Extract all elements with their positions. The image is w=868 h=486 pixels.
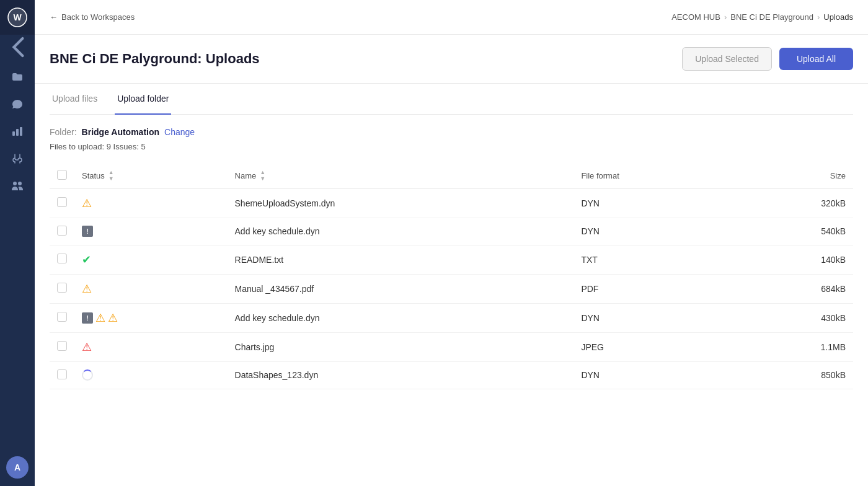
format-cell-3: PDF — [574, 274, 733, 303]
row-checkbox-2[interactable] — [57, 254, 67, 263]
breadcrumb-playground[interactable]: BNE Ci DE Playground — [730, 12, 813, 22]
size-cell-5: 1.1MB — [733, 332, 853, 361]
row-checkbox-1[interactable] — [57, 226, 67, 236]
table-row: ⚠Charts.jpgJPEG1.1MB — [50, 332, 853, 361]
row-checkbox-4[interactable] — [57, 312, 67, 322]
sidebar-item-merge[interactable] — [5, 146, 30, 171]
size-cell-1: 540kB — [733, 218, 853, 245]
warning-icon-4-1: ⚠ — [95, 311, 105, 325]
size-cell-6: 850kB — [733, 361, 853, 389]
th-status[interactable]: Status ▲▼ — [74, 164, 228, 188]
format-cell-1: DYN — [574, 218, 733, 245]
row-checkbox-3[interactable] — [57, 283, 67, 293]
size-cell-4: 430kB — [733, 303, 853, 332]
table-row: ✔README.txtTXT140kB — [50, 245, 853, 274]
page-title: BNE Ci DE Palyground: Uploads — [50, 51, 682, 67]
loading-icon-6-0 — [82, 369, 93, 381]
error-icon-5-0: ⚠ — [82, 340, 92, 354]
name-cell-4: Add key schedule.dyn — [228, 303, 574, 332]
status-cell-6 — [74, 361, 228, 389]
table-row: !Add key schedule.dynDYN540kB — [50, 218, 853, 245]
info-icon-4-0: ! — [82, 312, 93, 324]
user-avatar[interactable]: A — [6, 456, 29, 479]
sidebar-collapse-button[interactable] — [0, 35, 35, 60]
status-cell-5: ⚠ — [74, 332, 228, 361]
name-cell-5: Charts.jpg — [228, 332, 574, 361]
back-to-workspaces-link[interactable]: ← Back to Workspaces — [50, 12, 135, 22]
breadcrumb-uploads: Uploads — [823, 12, 853, 22]
folder-label: Folder: — [50, 127, 77, 137]
row-checkbox-5[interactable] — [57, 341, 67, 351]
name-cell-0: ShemeUploadSystem.dyn — [228, 188, 574, 218]
status-cell-1: ! — [74, 218, 228, 245]
svg-text:W: W — [13, 12, 22, 22]
size-cell-0: 320kB — [733, 188, 853, 218]
upload-selected-button[interactable]: Upload Selected — [682, 47, 772, 71]
name-cell-3: Manual _434567.pdf — [228, 274, 574, 303]
name-cell-1: Add key schedule.dyn — [228, 218, 574, 245]
status-cell-4: !⚠⚠ — [74, 303, 228, 332]
content-area: Upload files Upload folder Folder: Bridg… — [35, 84, 868, 486]
format-cell-4: DYN — [574, 303, 733, 332]
table-row: !⚠⚠Add key schedule.dynDYN430kB — [50, 303, 853, 332]
size-cell-3: 684kB — [733, 274, 853, 303]
files-table: Status ▲▼ Name ▲▼ File format — [50, 164, 853, 389]
size-cell-2: 140kB — [733, 245, 853, 274]
topbar: ← Back to Workspaces AECOM HUB › BNE Ci … — [35, 0, 868, 35]
folder-info: Folder: Bridge Automation Change — [50, 127, 853, 137]
sidebar-item-users[interactable] — [5, 174, 30, 198]
format-cell-0: DYN — [574, 188, 733, 218]
warning-icon-4-2: ⚠ — [108, 311, 118, 325]
th-format: File format — [574, 164, 733, 188]
sidebar-item-folder[interactable] — [5, 64, 30, 89]
status-cell-3: ⚠ — [74, 274, 228, 303]
tabs: Upload files Upload folder — [50, 84, 853, 115]
name-cell-6: DataShapes_123.dyn — [228, 361, 574, 389]
table-row: ⚠Manual _434567.pdfPDF684kB — [50, 274, 853, 303]
name-cell-2: README.txt — [228, 245, 574, 274]
sidebar: W A — [0, 0, 35, 486]
status-cell-2: ✔ — [74, 245, 228, 274]
th-select-all — [50, 164, 74, 188]
format-cell-2: TXT — [574, 245, 733, 274]
th-name[interactable]: Name ▲▼ — [228, 164, 574, 188]
warning-icon-0-0: ⚠ — [82, 197, 92, 210]
sidebar-item-chat[interactable] — [5, 92, 30, 117]
folder-name: Bridge Automation — [82, 127, 159, 137]
breadcrumb-sep-1: › — [724, 12, 727, 22]
back-arrow-icon: ← — [50, 12, 58, 22]
breadcrumb-sep-2: › — [817, 12, 820, 22]
sidebar-nav — [5, 60, 30, 456]
page-header: BNE Ci DE Palyground: Uploads Upload Sel… — [35, 35, 868, 84]
table-row: ⚠ShemeUploadSystem.dynDYN320kB — [50, 188, 853, 218]
th-size: Size — [733, 164, 853, 188]
tab-upload-folder[interactable]: Upload folder — [115, 84, 171, 115]
format-cell-5: JPEG — [574, 332, 733, 361]
info-icon-1-0: ! — [82, 226, 93, 237]
warning-icon-3-0: ⚠ — [82, 282, 92, 296]
format-cell-6: DYN — [574, 361, 733, 389]
success-icon-2-0: ✔ — [82, 253, 91, 267]
sidebar-item-analytics[interactable] — [5, 119, 30, 144]
row-checkbox-0[interactable] — [57, 197, 67, 207]
main-content: ← Back to Workspaces AECOM HUB › BNE Ci … — [35, 0, 868, 486]
upload-all-button[interactable]: Upload All — [779, 48, 853, 70]
select-all-checkbox[interactable] — [57, 170, 67, 180]
status-sort-icon: ▲▼ — [108, 170, 114, 182]
tab-upload-files[interactable]: Upload files — [50, 84, 100, 115]
row-checkbox-6[interactable] — [57, 369, 67, 379]
breadcrumb: AECOM HUB › BNE Ci DE Playground › Uploa… — [671, 12, 853, 22]
files-info: Files to upload: 9 Issues: 5 — [50, 142, 853, 151]
breadcrumb-aecom-hub[interactable]: AECOM HUB — [671, 12, 720, 22]
status-cell-0: ⚠ — [74, 188, 228, 218]
folder-change-link[interactable]: Change — [164, 127, 195, 137]
name-sort-icon: ▲▼ — [260, 170, 265, 182]
table-row: DataShapes_123.dynDYN850kB — [50, 361, 853, 389]
